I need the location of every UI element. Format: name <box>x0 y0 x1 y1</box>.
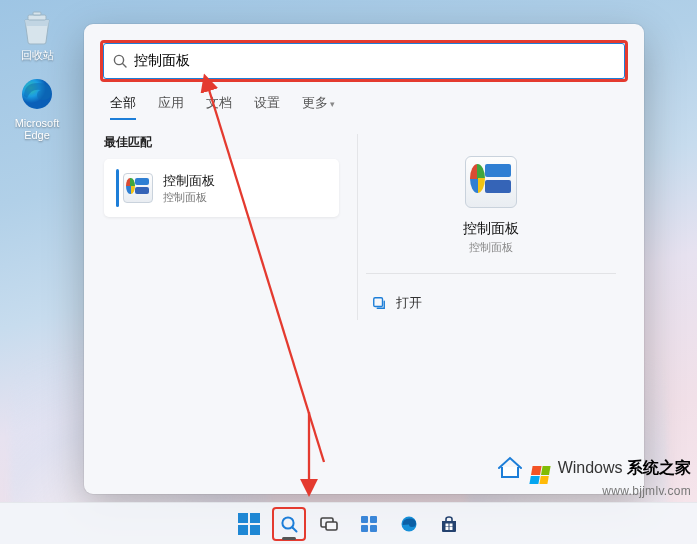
windows-logo-icon <box>530 466 551 484</box>
windows-logo-icon <box>238 513 260 535</box>
separator <box>366 273 616 274</box>
best-match-item[interactable]: 控制面板 控制面板 <box>104 159 339 217</box>
recycle-bin-icon <box>17 6 57 46</box>
search-box-highlight <box>100 40 628 82</box>
control-panel-icon <box>465 156 517 208</box>
svg-rect-1 <box>33 12 41 15</box>
recycle-bin-desktop-icon[interactable]: 回收站 <box>8 6 66 61</box>
chevron-down-icon: ▾ <box>330 99 335 109</box>
svg-line-9 <box>292 527 296 531</box>
search-icon <box>279 514 299 534</box>
tab-apps[interactable]: 应用 <box>158 94 184 120</box>
watermark-url: www.bjjmlv.com <box>497 484 691 498</box>
edge-label: Microsoft Edge <box>15 117 60 141</box>
tab-settings[interactable]: 设置 <box>254 94 280 120</box>
watermark-brand: Windows 系统之家 <box>497 455 691 485</box>
best-match-subtitle: 控制面板 <box>163 190 215 205</box>
svg-rect-17 <box>445 523 448 526</box>
svg-rect-15 <box>370 525 377 532</box>
edge-icon <box>17 74 57 114</box>
svg-rect-14 <box>361 525 368 532</box>
search-box[interactable] <box>103 43 625 79</box>
svg-rect-0 <box>28 15 46 20</box>
edge-icon <box>399 514 419 534</box>
task-view-icon <box>319 514 339 534</box>
svg-rect-11 <box>326 522 337 530</box>
results-column: 最佳匹配 控制面板 控制面板 <box>104 134 339 320</box>
tab-all[interactable]: 全部 <box>110 94 136 120</box>
best-match-title: 控制面板 <box>163 172 215 190</box>
task-view-button[interactable] <box>312 507 346 541</box>
open-action-label: 打开 <box>396 294 422 312</box>
search-icon <box>112 53 128 69</box>
widgets-button[interactable] <box>352 507 386 541</box>
selection-accent <box>116 169 119 207</box>
svg-rect-20 <box>449 527 452 530</box>
store-icon <box>439 514 459 534</box>
edge-desktop-icon[interactable]: Microsoft Edge <box>8 74 66 141</box>
taskbar-search-button[interactable] <box>272 507 306 541</box>
start-button[interactable] <box>232 507 266 541</box>
tab-documents[interactable]: 文档 <box>206 94 232 120</box>
preview-pane: 控制面板 控制面板 打开 <box>357 134 624 320</box>
search-flyout: 全部 应用 文档 设置 更多▾ 最佳匹配 控制面板 控制面板 <box>84 24 644 494</box>
desktop: 回收站 Microsoft Edge 全部 应用 文档 设置 更多▾ 最佳匹配 <box>0 0 697 544</box>
svg-line-4 <box>123 64 127 68</box>
search-input[interactable] <box>134 53 616 69</box>
widgets-icon <box>359 514 379 534</box>
preview-subtitle: 控制面板 <box>469 240 513 255</box>
house-icon <box>497 455 523 483</box>
best-match-heading: 最佳匹配 <box>104 134 339 151</box>
watermark: Windows 系统之家 www.bjjmlv.com <box>497 455 691 499</box>
svg-rect-19 <box>445 527 448 530</box>
tab-more[interactable]: 更多▾ <box>302 94 335 120</box>
svg-rect-5 <box>374 298 383 307</box>
recycle-bin-label: 回收站 <box>21 49 54 61</box>
svg-rect-18 <box>449 523 452 526</box>
open-action[interactable]: 打开 <box>366 286 616 320</box>
search-filter-tabs: 全部 应用 文档 设置 更多▾ <box>84 94 644 120</box>
svg-rect-13 <box>370 516 377 523</box>
taskbar-store[interactable] <box>432 507 466 541</box>
preview-title: 控制面板 <box>463 220 519 238</box>
taskbar-edge[interactable] <box>392 507 426 541</box>
taskbar <box>0 502 697 544</box>
svg-rect-12 <box>361 516 368 523</box>
open-icon <box>372 296 386 310</box>
control-panel-icon <box>123 173 153 203</box>
